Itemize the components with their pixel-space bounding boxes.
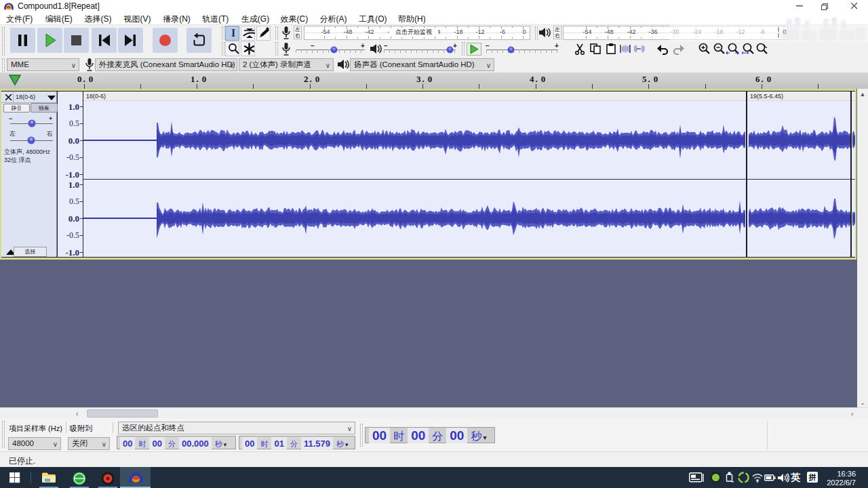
svg-text:I: I: [231, 27, 235, 39]
